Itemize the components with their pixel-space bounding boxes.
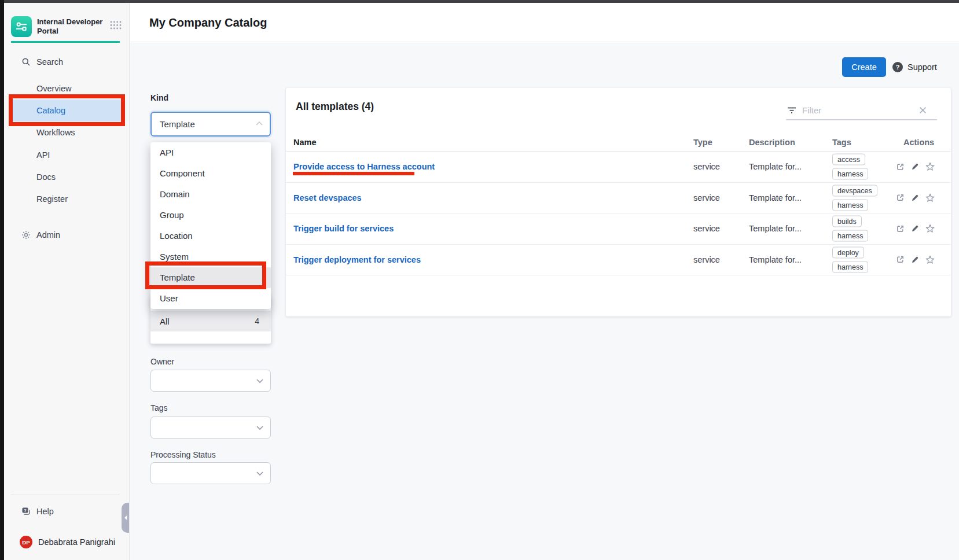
templates-card: All templates (4) NameTypeDescripti <box>286 88 951 316</box>
description-cell: Template for... <box>749 224 802 233</box>
edit-pencil-icon[interactable] <box>910 255 920 264</box>
type-cell: service <box>693 193 720 202</box>
actions-cell <box>895 162 935 171</box>
sidebar: Internal Developer Portal Search Overvie… <box>4 3 130 560</box>
kind-count-all[interactable]: All 4 <box>150 311 271 331</box>
sidebar-item-admin[interactable]: Admin <box>13 224 121 246</box>
clear-x-icon[interactable] <box>919 106 927 116</box>
app-window: Internal Developer Portal Search Overvie… <box>0 0 959 560</box>
sidebar-item-search[interactable]: Search <box>13 51 121 73</box>
tags-cell: accessharness <box>832 154 868 180</box>
external-link-icon[interactable] <box>895 193 905 202</box>
chevron-up-icon <box>256 119 263 129</box>
gear-icon <box>21 230 31 240</box>
star-icon[interactable] <box>925 162 935 171</box>
table-row: Reset devspacesserviceTemplate for...dev… <box>286 183 951 214</box>
chevron-down-icon <box>256 375 263 386</box>
kind-option-api[interactable]: API <box>150 142 271 163</box>
processing-status-label: Processing Status <box>150 450 216 459</box>
sidebar-item-help[interactable]: ? Help <box>13 500 121 522</box>
sidebar-item-overview[interactable]: Overview <box>13 78 121 100</box>
column-header-type: Type <box>693 133 712 152</box>
kind-select-value: Template <box>160 119 195 129</box>
tag-chip-builds: builds <box>832 216 862 227</box>
tags-cell: devspacesharness <box>832 185 877 211</box>
user-avatar: DP <box>20 536 32 548</box>
search-label: Search <box>36 57 63 67</box>
template-link[interactable]: Reset devspaces <box>293 193 362 202</box>
kind-option-domain[interactable]: Domain <box>150 184 271 205</box>
template-link[interactable]: Trigger build for services <box>293 224 394 233</box>
column-header-tags: Tags <box>832 133 851 152</box>
brand-title: Internal Developer Portal <box>37 17 106 36</box>
type-cell: service <box>693 224 720 233</box>
edit-pencil-icon[interactable] <box>910 193 920 202</box>
edit-pencil-icon[interactable] <box>910 162 920 171</box>
kind-select[interactable]: Template <box>150 112 271 137</box>
help-chat-icon: ? <box>21 507 31 516</box>
description-cell: Template for... <box>749 255 802 264</box>
tag-chip-access: access <box>832 154 865 165</box>
user-profile[interactable]: DP Debabrata Panigrahi <box>13 531 121 553</box>
sidebar-item-docs[interactable]: Docs <box>13 166 121 188</box>
idp-logo-icon <box>11 16 32 37</box>
template-link[interactable]: Provide access to Harness account <box>293 162 435 171</box>
kind-option-component[interactable]: Component <box>150 163 271 184</box>
table-body: Provide access to Harness accountservice… <box>286 152 951 275</box>
processing-status-select[interactable] <box>150 462 271 484</box>
user-name: Debabrata Panigrahi <box>38 537 115 547</box>
actions-cell <box>895 193 935 202</box>
help-label: Help <box>36 507 54 516</box>
external-link-icon[interactable] <box>895 255 905 264</box>
templates-card-title: All templates (4) <box>296 101 374 113</box>
window-frame-left <box>0 0 4 560</box>
external-link-icon[interactable] <box>895 224 905 233</box>
description-cell: Template for... <box>749 193 802 202</box>
kind-option-template[interactable]: Template <box>150 267 271 288</box>
sidebar-item-catalog[interactable]: Catalog <box>13 100 121 121</box>
tags-cell: buildsharness <box>832 216 868 242</box>
filter-input[interactable] <box>802 102 915 117</box>
star-icon[interactable] <box>925 193 935 202</box>
apps-grid-icon[interactable] <box>110 21 122 30</box>
edit-pencil-icon[interactable] <box>910 224 920 233</box>
tag-chip-deploy: deploy <box>832 246 864 258</box>
content-area: Create ? Support Kind Template APICompon… <box>130 43 959 560</box>
sidebar-item-api[interactable]: API <box>13 144 121 166</box>
table-row: Trigger deployment for servicesserviceTe… <box>286 245 951 276</box>
support-button[interactable]: ? Support <box>892 57 937 77</box>
kind-option-location[interactable]: Location <box>150 226 271 246</box>
tag-chip-harness: harness <box>832 199 868 211</box>
svg-text:?: ? <box>24 508 27 513</box>
chevron-down-icon <box>256 468 263 478</box>
external-link-icon[interactable] <box>895 162 905 171</box>
sidebar-item-workflows[interactable]: Workflows <box>13 121 121 143</box>
tag-chip-harness: harness <box>832 230 868 242</box>
owner-select[interactable] <box>150 370 271 392</box>
sidebar-item-register[interactable]: Register <box>13 188 121 210</box>
tags-select[interactable] <box>150 417 271 439</box>
tag-chip-harness: harness <box>832 168 868 180</box>
filter-funnel-icon <box>787 106 796 117</box>
kind-label: Kind <box>150 93 168 102</box>
star-icon[interactable] <box>925 224 935 233</box>
tags-label: Tags <box>150 403 168 412</box>
actions-cell <box>895 224 935 233</box>
tags-cell: deployharness <box>832 246 868 272</box>
window-frame-top <box>0 0 959 3</box>
kind-option-user[interactable]: User <box>150 288 271 309</box>
star-icon[interactable] <box>925 255 935 264</box>
search-icon <box>21 57 31 67</box>
main-area: My Company Catalog Create ? Support Kind… <box>130 3 959 560</box>
sidebar-collapse-handle[interactable] <box>122 503 129 533</box>
create-button[interactable]: Create <box>842 57 886 77</box>
template-link[interactable]: Trigger deployment for services <box>293 255 421 264</box>
column-header-description: Description <box>749 133 795 152</box>
description-cell: Template for... <box>749 162 802 171</box>
kind-option-system[interactable]: System <box>150 246 271 267</box>
support-label: Support <box>907 62 937 72</box>
admin-label: Admin <box>36 230 60 240</box>
question-circle-icon: ? <box>892 62 903 72</box>
kind-option-group[interactable]: Group <box>150 205 271 226</box>
type-cell: service <box>693 255 720 264</box>
